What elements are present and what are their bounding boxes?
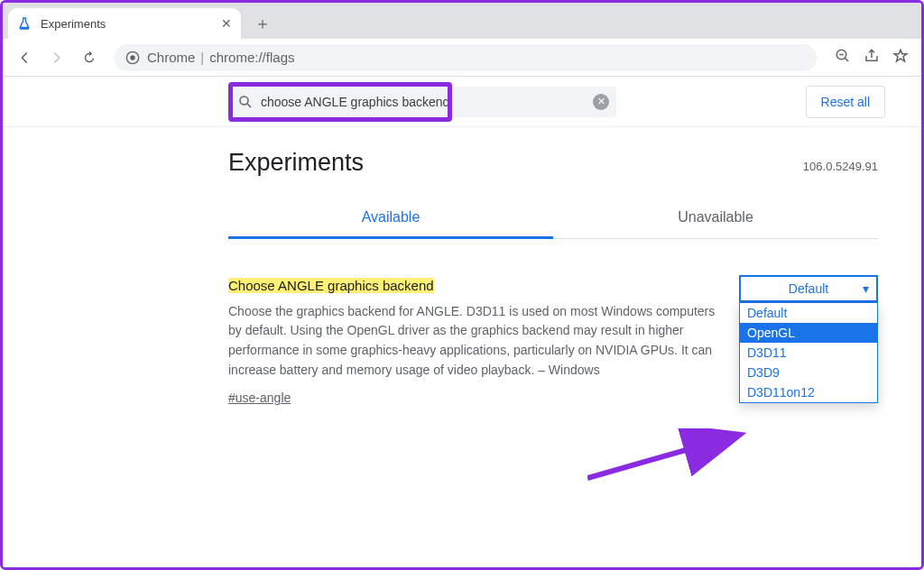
omnibox[interactable]: Chrome | chrome://flags [115, 44, 817, 71]
new-tab-button[interactable]: ＋ [250, 11, 275, 36]
tab-available[interactable]: Available [228, 200, 553, 239]
flask-icon [17, 16, 32, 31]
chrome-version: 106.0.5249.91 [803, 160, 878, 173]
flag-select[interactable]: Default ▾ [739, 275, 878, 302]
page-title: Experiments [228, 149, 364, 177]
flag-select-dropdown: Default OpenGL D3D11 D3D9 D3D11on12 [739, 302, 878, 403]
svg-line-7 [587, 436, 736, 478]
option-d3d11on12[interactable]: D3D11on12 [740, 382, 877, 402]
svg-line-6 [247, 104, 251, 107]
chrome-icon [125, 51, 140, 65]
svg-line-3 [845, 58, 848, 61]
option-d3d9[interactable]: D3D9 [740, 363, 877, 382]
flag-entry: Choose ANGLE graphics backend Choose the… [228, 275, 878, 409]
reset-all-button[interactable]: Reset all [806, 86, 885, 118]
share-icon[interactable] [864, 48, 880, 68]
window-frame: Experiments ✕ ＋ Chrome | chrome://flags [0, 0, 924, 570]
omnibox-scheme: Chrome [147, 50, 195, 65]
clear-search-icon[interactable]: ✕ [593, 94, 609, 110]
flag-anchor-link[interactable]: #use-angle [228, 389, 291, 409]
flags-search-box[interactable]: ✕ [228, 87, 616, 117]
omnibox-separator: | [200, 50, 204, 65]
page-content: ✕ Reset all Experiments 106.0.5249.91 Av… [3, 77, 921, 567]
zoom-out-icon[interactable] [835, 48, 851, 68]
option-default[interactable]: Default [740, 303, 877, 323]
toolbar-actions [835, 48, 909, 68]
flag-control: Default ▾ Default OpenGL D3D11 D3D9 D3D1… [739, 275, 878, 409]
svg-point-5 [240, 97, 248, 105]
svg-point-1 [130, 55, 134, 60]
tabs: Available Unavailable [228, 200, 878, 239]
flag-select-value: Default [789, 281, 828, 296]
search-row: ✕ Reset all [3, 77, 921, 127]
browser-tab-experiments[interactable]: Experiments ✕ [8, 8, 241, 39]
annotation-arrow [587, 428, 759, 483]
option-d3d11[interactable]: D3D11 [740, 343, 877, 363]
tab-strip: Experiments ✕ ＋ [3, 3, 921, 39]
omnibox-url: chrome://flags [209, 50, 294, 65]
option-opengl[interactable]: OpenGL [740, 323, 877, 343]
browser-tab-title: Experiments [41, 17, 106, 31]
search-input[interactable] [261, 95, 607, 109]
forward-button[interactable] [42, 43, 71, 72]
flag-title: Choose ANGLE graphics backend [228, 278, 434, 293]
tab-unavailable[interactable]: Unavailable [553, 200, 878, 238]
close-icon[interactable]: ✕ [219, 16, 234, 31]
browser-toolbar: Chrome | chrome://flags [3, 39, 921, 77]
chevron-down-icon: ▾ [863, 281, 869, 296]
flag-description: Choose the graphics backend for ANGLE. D… [228, 302, 717, 381]
back-button[interactable] [10, 43, 39, 72]
search-icon [237, 94, 254, 110]
main-area: Experiments 106.0.5249.91 Available Unav… [3, 127, 921, 409]
reload-button[interactable] [75, 43, 104, 72]
star-icon[interactable] [892, 48, 909, 68]
